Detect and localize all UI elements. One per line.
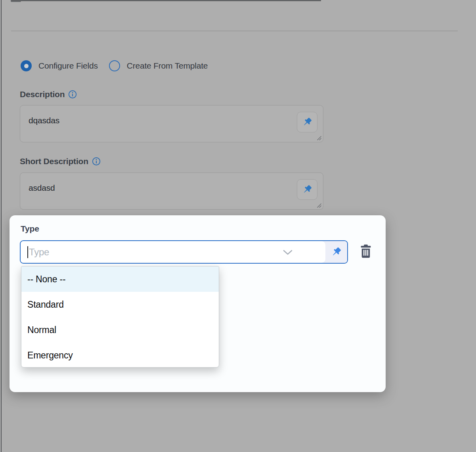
radio-configure-fields-label: Configure Fields [38, 61, 98, 71]
text-cursor [27, 246, 28, 258]
type-select-input[interactable] [21, 241, 325, 263]
description-field-container: dqasdas [20, 105, 323, 142]
trash-icon [359, 244, 373, 259]
resize-handle-icon[interactable] [316, 135, 322, 141]
dropdown-option-standard[interactable]: Standard [21, 292, 219, 317]
description-label: Description [20, 90, 65, 99]
mode-radio-group: Configure Fields Create From Template [21, 60, 208, 71]
cropped-element-bottom-edge [11, 0, 321, 1]
dropdown-option-emergency[interactable]: Emergency [21, 343, 219, 368]
type-select-control[interactable] [20, 240, 348, 264]
description-pin-button[interactable] [297, 112, 317, 132]
chevron-down-icon[interactable] [283, 249, 293, 256]
radio-create-from-template[interactable]: Create From Template [109, 60, 208, 71]
type-dropdown-list: -- None -- Standard Normal Emergency [21, 266, 219, 368]
short-description-label: Short Description [20, 157, 88, 166]
pushpin-icon [302, 184, 312, 195]
delete-field-button[interactable] [355, 241, 377, 262]
short-description-field-container: asdasd [20, 172, 323, 210]
info-icon[interactable] [68, 90, 77, 99]
dropdown-option-normal[interactable]: Normal [21, 317, 219, 343]
type-input-area [21, 241, 325, 263]
window-left-border [1, 0, 2, 452]
type-label: Type [21, 224, 39, 234]
resize-handle-icon[interactable] [316, 203, 322, 208]
radio-unselected-icon[interactable] [109, 60, 120, 71]
radio-selected-icon[interactable] [21, 60, 32, 71]
type-field-highlight-card: Type -- None -- Standard Normal Emergenc… [10, 215, 386, 392]
short-description-textarea[interactable]: asdasd [20, 173, 323, 209]
section-divider [11, 31, 458, 31]
pushpin-icon [331, 247, 342, 257]
description-label-row: Description [20, 90, 77, 99]
radio-create-from-template-label: Create From Template [127, 61, 208, 71]
short-description-pin-button[interactable] [297, 179, 317, 200]
type-pin-button[interactable] [325, 241, 347, 263]
pushpin-icon [302, 117, 312, 127]
short-description-label-row: Short Description [20, 157, 101, 166]
radio-configure-fields[interactable]: Configure Fields [21, 60, 98, 71]
description-textarea[interactable]: dqasdas [20, 105, 323, 142]
dropdown-option-none[interactable]: -- None -- [21, 266, 219, 292]
page-background: { "radios": { "options": [ { "label": "C… [0, 0, 476, 452]
info-icon[interactable] [92, 157, 101, 166]
